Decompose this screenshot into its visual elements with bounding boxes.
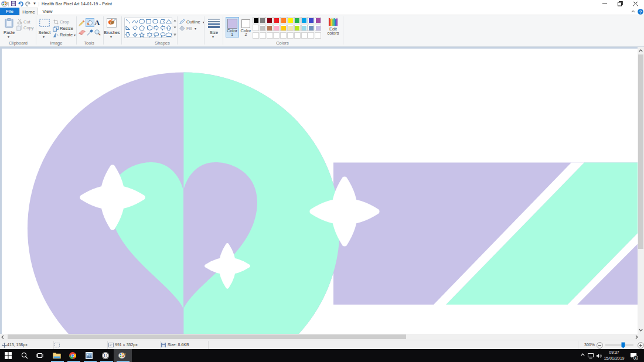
svg-text:?: ? [639,9,642,15]
svg-text:U: U [104,353,107,358]
